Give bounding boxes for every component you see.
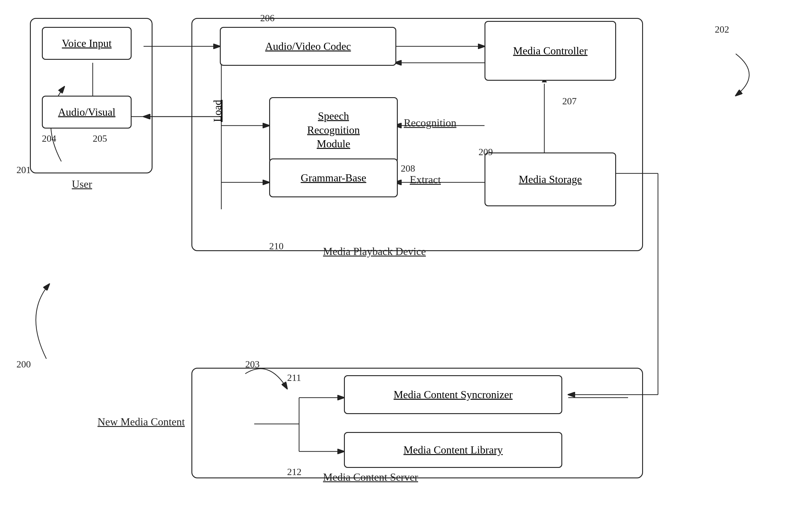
media-playback-label: Media Playback Device (323, 245, 426, 258)
grammar-base-box: Grammar-Base (269, 158, 398, 197)
recognition-label: Recognition (404, 117, 456, 129)
user-label: User (72, 178, 92, 190)
audio-video-codec-label: Audio/Video Codec (265, 39, 351, 54)
extract-label: Extract (410, 174, 441, 186)
media-content-sync-label: Media Content Syncronizer (394, 388, 513, 402)
ref-202: 202 (715, 24, 729, 35)
voice-input-box: Voice Input (42, 27, 132, 60)
audio-visual-box: Audio/Visual (42, 96, 132, 128)
media-controller-box: Media Controller (484, 21, 616, 81)
media-content-library-box: Media Content Library (344, 432, 562, 468)
ref-203: 203 (245, 359, 260, 370)
audio-video-codec-box: Audio/Video Codec (220, 27, 396, 66)
ref-210: 210 (269, 241, 283, 252)
ref-201: 201 (17, 164, 31, 176)
ref-200: 200 (17, 359, 31, 370)
speech-recognition-box: Speech Recognition Module (269, 97, 398, 163)
ref-208: 208 (401, 163, 415, 174)
media-storage-box: Media Storage (484, 153, 616, 206)
ref-211: 211 (287, 372, 301, 383)
media-content-server-label: Media Content Server (323, 471, 418, 483)
speech-recognition-label: Speech Recognition Module (307, 109, 360, 151)
ref-207: 207 (562, 96, 577, 107)
ref-205: 205 (93, 133, 107, 144)
ref-204: 204 (42, 133, 56, 144)
grammar-base-label: Grammar-Base (301, 171, 366, 185)
media-content-sync-box: Media Content Syncronizer (344, 375, 562, 414)
ref-206: 206 (260, 13, 275, 24)
ref-209: 209 (478, 146, 493, 158)
load-label: Load (211, 100, 224, 122)
ref-212: 212 (287, 466, 301, 478)
media-controller-label: Media Controller (513, 44, 588, 58)
new-media-content-label: New Media Content (98, 416, 185, 428)
media-storage-label: Media Storage (519, 173, 582, 186)
audio-visual-label: Audio/Visual (58, 105, 116, 119)
diagram: Voice Input Audio/Visual User 204 205 20… (0, 0, 812, 522)
media-content-library-label: Media Content Library (403, 443, 503, 457)
voice-input-label: Voice Input (62, 37, 112, 51)
